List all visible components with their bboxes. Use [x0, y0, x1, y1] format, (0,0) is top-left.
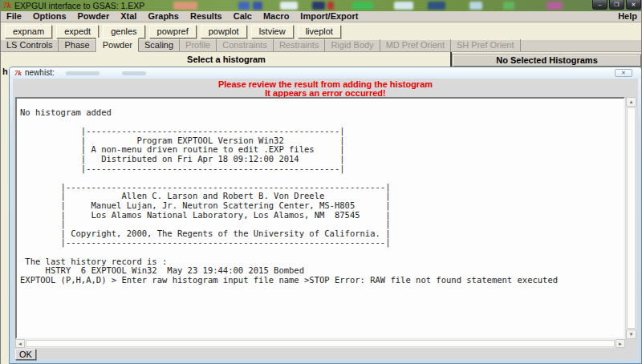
- tab-ls-controls[interactable]: LS Controls: [1, 39, 59, 51]
- menu-file[interactable]: File: [1, 11, 27, 22]
- desktop-icon-blur: [428, 2, 445, 10]
- ok-button[interactable]: OK: [15, 349, 36, 360]
- menu-graphs[interactable]: Graphs: [142, 11, 185, 22]
- menu-macro[interactable]: Macro: [258, 11, 295, 22]
- desktop-icon-blur: [503, 2, 514, 10]
- dialog-title: newhist:: [25, 68, 55, 77]
- faded-title-text: [122, 71, 146, 75]
- maximize-button[interactable]: ❐: [609, 0, 624, 10]
- tab-phase[interactable]: Phase: [59, 39, 95, 51]
- expedt-button[interactable]: expedt: [56, 25, 99, 38]
- window-controls: – ❐ ✕: [592, 0, 641, 10]
- tab-constraints: Constraints: [217, 39, 274, 51]
- tk-icon: 7k: [3, 1, 11, 10]
- scroll-up-icon[interactable]: ▲: [626, 97, 636, 107]
- tab-restraints: Restraints: [274, 39, 326, 51]
- menu-options[interactable]: Options: [27, 11, 72, 22]
- menu-calc[interactable]: Calc: [228, 11, 258, 22]
- clipped-histogram-list-text: h: [2, 67, 8, 76]
- close-button[interactable]: ✕: [626, 0, 641, 10]
- vertical-scroll-thumb[interactable]: [627, 107, 636, 329]
- tk-icon: 7k: [14, 69, 22, 77]
- tab-scaling[interactable]: Scaling: [139, 39, 180, 51]
- window-title: EXPGUI interface to GSAS: 1.EXP: [14, 1, 144, 10]
- tab-bar: LS Controls Phase Powder Scaling Profile…: [1, 40, 642, 52]
- scroll-down-icon[interactable]: ▼: [626, 330, 636, 339]
- dialog-body: Please review the result from adding the…: [13, 79, 638, 360]
- menu-xtal[interactable]: Xtal: [115, 11, 142, 22]
- horizontal-scrollbar[interactable]: ◄ ►: [15, 339, 625, 348]
- dialog-close-button[interactable]: ✕: [615, 69, 632, 77]
- dialog-titlebar[interactable]: 7k newhist: ✕: [10, 67, 641, 79]
- desktop-icon-blur: [253, 2, 262, 10]
- tab-profile: Profile: [180, 39, 217, 51]
- desktop-icon-blur: [352, 2, 373, 10]
- desktop-icon-blur: [312, 2, 325, 10]
- desktop-icon-blur: [238, 2, 250, 10]
- faded-title-text: [66, 71, 100, 75]
- scroll-left-icon[interactable]: ◄: [15, 339, 25, 348]
- genles-button[interactable]: genles: [103, 25, 144, 38]
- exptool-output-text: No histogram added |--------------------…: [17, 99, 624, 285]
- window-titlebar[interactable]: 7k EXPGUI interface to GSAS: 1.EXP – ❐ ✕: [1, 0, 642, 11]
- tab-rigid-body: Rigid Body: [325, 39, 380, 51]
- powplot-button[interactable]: powplot: [201, 25, 247, 38]
- tab-sh-pref-orient: SH Pref Orient: [451, 39, 521, 51]
- menu-results[interactable]: Results: [185, 11, 228, 22]
- desktop-icon-blur: [547, 2, 563, 10]
- exptool-output-textarea[interactable]: No histogram added |--------------------…: [15, 97, 625, 339]
- menu-powder[interactable]: Powder: [72, 11, 116, 22]
- menu-import-export[interactable]: Import/Export: [295, 11, 364, 22]
- panel-divider: [450, 52, 452, 67]
- expgui-window: 7k EXPGUI interface to GSAS: 1.EXP – ❐ ✕…: [0, 0, 642, 364]
- expnam-button[interactable]: expnam: [5, 25, 52, 38]
- selected-histograms-header: No Selected Histograms: [453, 55, 641, 67]
- desktop-icon-blur: [327, 2, 334, 10]
- newhist-dialog: 7k newhist: ✕ Please review the result f…: [9, 67, 642, 364]
- select-histogram-header: Select a histogram: [1, 55, 452, 64]
- lstview-button[interactable]: lstview: [251, 25, 294, 38]
- powpref-button[interactable]: powpref: [149, 25, 197, 38]
- desktop-icon-blur: [173, 2, 197, 10]
- desktop-icon-blur: [394, 2, 413, 10]
- tab-md-pref-orient: MD Pref Orient: [380, 39, 451, 51]
- menu-bar: File Options Powder Xtal Graphs Results …: [1, 11, 642, 22]
- scroll-right-icon[interactable]: ►: [616, 339, 625, 348]
- desktop-icon-blur: [469, 2, 482, 10]
- menu-help[interactable]: Help: [612, 11, 642, 22]
- vertical-scrollbar[interactable]: ▲ ▼: [626, 97, 636, 339]
- minimize-button[interactable]: –: [592, 0, 607, 10]
- tab-powder[interactable]: Powder: [96, 38, 139, 52]
- horizontal-scroll-thumb[interactable]: [26, 340, 615, 347]
- desktop-icon-blur: [280, 2, 298, 10]
- liveplot-button[interactable]: liveplot: [298, 25, 341, 38]
